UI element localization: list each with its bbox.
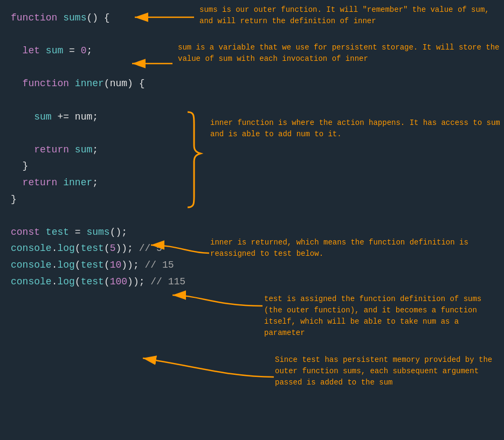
annotation-ann3: inner function is where the action happe… [210,117,504,140]
code-line-2 [11,26,185,43]
code-line-1: function sums() { [11,10,185,26]
code-line-12: } [11,191,185,208]
code-line-11: return inner; [11,174,185,191]
annotation-ann2: sum is a variable that we use for persis… [178,42,504,65]
code-line-7: sum += num; [11,109,185,125]
annotation-ann5: test is assigned the function definition… [264,294,504,339]
annotation-ann1: sums is our outer function. It will "rem… [199,4,504,27]
code-line-3: let sum = 0; [11,43,185,59]
code-line-16: console.log(test(10)); // 15 [11,257,185,274]
annotation-ann6: Since test has persistent memory provide… [275,354,504,388]
code-line-13 [11,207,185,224]
code-line-9: return sum; [11,142,185,158]
code-line-4 [11,59,185,76]
code-line-14: const test = sums(); [11,224,185,241]
code-line-10: } [11,158,185,174]
code-line-15: console.log(test(5)); // 5 [11,240,185,257]
code-line-6 [11,92,185,109]
code-line-5: function inner(num) { [11,75,185,92]
annotation-ann4: inner is returned, which means the funct… [210,237,504,260]
code-area: function sums() { let sum = 0; function … [0,0,196,299]
code-line-8 [11,125,185,142]
code-line-17: console.log(test(100)); // 115 [11,274,185,290]
